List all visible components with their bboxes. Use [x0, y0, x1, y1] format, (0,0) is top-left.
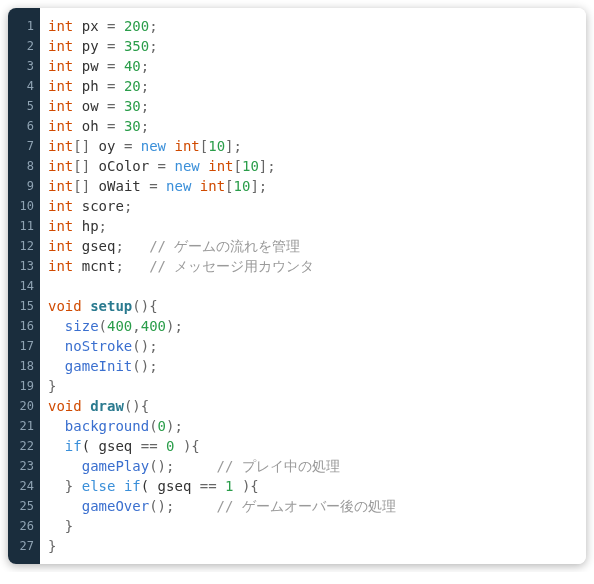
code-token: int	[200, 178, 225, 194]
line-number: 7	[12, 136, 34, 156]
code-token: []	[73, 138, 98, 154]
code-token: 10	[234, 178, 251, 194]
code-token: gamePlay	[82, 458, 149, 474]
code-token: }	[48, 478, 82, 494]
code-token: ;	[115, 258, 149, 274]
code-token: int	[48, 218, 73, 234]
code-token: ;	[124, 198, 132, 214]
code-token: ){	[233, 478, 258, 494]
code-token: gseq	[73, 238, 115, 254]
line-number: 12	[12, 236, 34, 256]
code-token: oy	[99, 138, 124, 154]
code-line: gamePlay(); // プレイ中の処理	[48, 456, 576, 476]
code-token	[115, 98, 123, 114]
line-number: 8	[12, 156, 34, 176]
code-token: ];	[250, 178, 267, 194]
code-line: int ow = 30;	[48, 96, 576, 116]
code-token: int	[48, 158, 73, 174]
code-token: int	[48, 18, 73, 34]
code-token	[115, 118, 123, 134]
code-token: 0	[158, 418, 166, 434]
line-number: 6	[12, 116, 34, 136]
code-token: hp	[73, 218, 98, 234]
line-number: 11	[12, 216, 34, 236]
code-token: [	[234, 158, 242, 174]
line-number: 15	[12, 296, 34, 316]
code-token: 400	[107, 318, 132, 334]
line-number: 20	[12, 396, 34, 416]
code-line: noStroke();	[48, 336, 576, 356]
code-line: }	[48, 376, 576, 396]
code-token: );	[166, 418, 183, 434]
code-token: 40	[124, 58, 141, 74]
line-number: 27	[12, 536, 34, 556]
code-token: ;	[115, 238, 149, 254]
code-token: ==	[200, 478, 217, 494]
code-line: size(400,400);	[48, 316, 576, 336]
code-token: ;	[141, 98, 149, 114]
code-token: new	[174, 158, 199, 174]
code-token	[200, 158, 208, 174]
code-line: gameInit();	[48, 356, 576, 376]
code-token: ){	[174, 438, 199, 454]
code-line: int ph = 20;	[48, 76, 576, 96]
code-token: ==	[141, 438, 158, 454]
code-line: int hp;	[48, 216, 576, 236]
code-area[interactable]: int px = 200;int py = 350;int pw = 40;in…	[40, 8, 586, 564]
line-number: 19	[12, 376, 34, 396]
code-token: ];	[259, 158, 276, 174]
code-token: int	[48, 118, 73, 134]
code-token: ;	[141, 78, 149, 94]
code-token	[115, 38, 123, 54]
code-token	[115, 58, 123, 74]
code-line: int[] oy = new int[10];	[48, 136, 576, 156]
line-number: 17	[12, 336, 34, 356]
code-token	[48, 458, 82, 474]
code-token: int	[208, 158, 233, 174]
code-token: setup	[90, 298, 132, 314]
code-line: int mcnt; // メッセージ用カウンタ	[48, 256, 576, 276]
code-token: background	[65, 418, 149, 434]
code-line: int gseq; // ゲームの流れを管理	[48, 236, 576, 256]
code-token	[48, 318, 65, 334]
line-number: 16	[12, 316, 34, 336]
code-token: ();	[132, 358, 157, 374]
code-token: ph	[73, 78, 107, 94]
code-token: =	[149, 178, 157, 194]
code-token: int	[175, 138, 200, 154]
code-line: if( gseq == 0 ){	[48, 436, 576, 456]
line-number: 22	[12, 436, 34, 456]
code-token: [	[200, 138, 208, 154]
code-token: new	[141, 138, 166, 154]
code-token: ;	[99, 218, 107, 234]
code-line: gameOver(); // ゲームオーバー後の処理	[48, 496, 576, 516]
code-token	[217, 478, 225, 494]
code-token: ();	[132, 338, 157, 354]
code-token: (	[99, 318, 107, 334]
code-token	[82, 298, 90, 314]
line-number: 18	[12, 356, 34, 376]
code-token: (	[149, 418, 157, 434]
code-token: ;	[141, 58, 149, 74]
code-token: [	[225, 178, 233, 194]
code-token: else	[82, 478, 116, 494]
code-token	[115, 78, 123, 94]
code-token: int	[48, 98, 73, 114]
code-token	[158, 178, 166, 194]
code-token: size	[65, 318, 99, 334]
code-token	[48, 338, 65, 354]
code-token	[48, 498, 82, 514]
code-token: ow	[73, 98, 107, 114]
code-token: new	[166, 178, 191, 194]
code-token: []	[73, 178, 98, 194]
code-token: 400	[141, 318, 166, 334]
code-token: ();	[149, 458, 216, 474]
code-token: );	[166, 318, 183, 334]
code-token: // プレイ中の処理	[217, 458, 340, 474]
code-line: void setup(){	[48, 296, 576, 316]
code-token: oh	[73, 118, 107, 134]
code-token: if	[65, 438, 82, 454]
line-number: 4	[12, 76, 34, 96]
code-token: =	[158, 158, 166, 174]
code-token: oColor	[99, 158, 158, 174]
